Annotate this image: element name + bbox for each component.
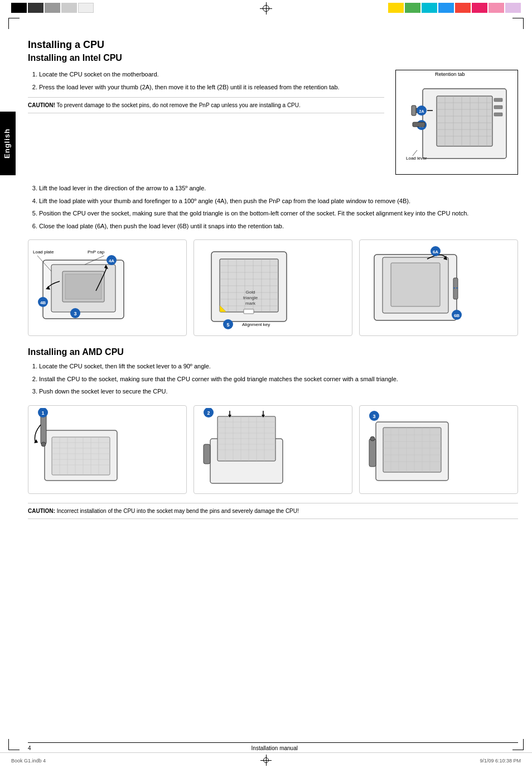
svg-rect-18 <box>494 113 502 116</box>
svg-text:3: 3 <box>373 414 375 419</box>
crop-mark-tl <box>8 18 20 29</box>
intel-diagram-6ab: 6A 6B <box>359 239 518 336</box>
svg-text:Alignment key: Alignment key <box>242 322 270 327</box>
svg-text:PnP cap: PnP cap <box>88 249 105 255</box>
svg-rect-16 <box>494 98 502 102</box>
intel-step-1: Locate the CPU socket on the motherboard… <box>39 70 384 79</box>
color-lavender <box>505 3 521 13</box>
intel-diagrams-row: 3 4A 4B PnP cap Load plate <box>28 239 518 336</box>
footer-center-text: Installation manual <box>252 745 298 751</box>
crosshair-circle <box>263 5 269 12</box>
crosshair-bottom-circle <box>263 757 269 763</box>
amd-steps-list: Locate the CPU socket, then lift the soc… <box>39 362 518 396</box>
caution-intel-box: CAUTION! To prevent damage to the socket… <box>28 97 384 113</box>
color-magenta <box>472 3 487 13</box>
crosshair-top <box>260 2 272 15</box>
color-yellow <box>388 3 404 13</box>
amd-steps: Locate the CPU socket, then lift the soc… <box>28 362 518 396</box>
amd-diagram-1: 1 <box>28 405 187 494</box>
svg-text:Gold: Gold <box>246 290 255 295</box>
amd-section: Installing an AMD CPU Locate the CPU soc… <box>28 347 518 396</box>
intel-steps-list-1-2: Locate the CPU socket on the motherboard… <box>39 70 384 92</box>
color-green <box>405 3 420 13</box>
color-black <box>11 3 27 13</box>
color-cyan <box>422 3 437 13</box>
amd-caution-text: Incorrect installation of the CPU into t… <box>57 508 299 514</box>
intel-step-2: Press the load lever with your thumb (2A… <box>39 83 384 92</box>
svg-text:6A: 6A <box>433 249 438 255</box>
intel-step-4: Lift the load plate with your thumb and … <box>39 196 518 206</box>
intel-section: Locate the CPU socket on the motherboard… <box>28 70 518 175</box>
cpu-socket-diagram: Retention tab <box>395 70 518 175</box>
intel-diagram-5: 5 Gold triangle mark Alignment key <box>194 239 352 336</box>
svg-text:3: 3 <box>74 311 76 316</box>
amd-diagram-svg-1: 1 <box>31 408 134 489</box>
intel-text: Locate the CPU socket on the motherboard… <box>28 70 384 175</box>
color-blocks-left <box>11 3 94 13</box>
svg-text:4A: 4A <box>109 258 114 263</box>
color-lgray <box>61 3 77 13</box>
svg-rect-29 <box>65 274 101 299</box>
color-gray <box>45 3 60 13</box>
color-dark <box>28 3 43 13</box>
retention-tab-label: Retention tab <box>435 71 465 77</box>
sidebar-language-label: English <box>0 112 16 175</box>
caution-intel-text: To prevent damage to the socket pins, do… <box>57 102 301 108</box>
svg-point-126 <box>370 436 375 441</box>
bottom-bar: Book G1.indb 4 9/1/09 6:10:38 PM <box>0 752 532 768</box>
svg-rect-125 <box>369 439 376 467</box>
amd-step-3: Push down the socket lever to secure the… <box>39 387 518 396</box>
amd-section-title: Installing an AMD CPU <box>28 347 518 357</box>
color-pink <box>489 3 504 13</box>
svg-text:Load plate: Load plate <box>33 249 54 255</box>
intel-steps-lower: Lift the load lever in the direction of … <box>28 184 518 231</box>
svg-text:triangle: triangle <box>243 295 258 300</box>
svg-rect-107 <box>204 444 210 464</box>
amd-diagram-svg-3: 3 <box>362 408 465 489</box>
svg-rect-15 <box>412 105 416 116</box>
svg-text:2A: 2A <box>419 109 424 113</box>
intel-steps-list-3-6: Lift the load lever in the direction of … <box>39 184 518 231</box>
intel-diagram-svg-1: 3 4A 4B PnP cap Load plate <box>32 243 135 330</box>
amd-diagrams-row: 1 <box>28 405 518 494</box>
svg-text:6B: 6B <box>454 313 460 318</box>
page-footer: 4 Installation manual <box>28 742 518 751</box>
svg-rect-58 <box>244 309 254 314</box>
svg-text:5: 5 <box>226 322 229 328</box>
amd-caution-label: CAUTION: <box>28 508 55 514</box>
cpu-diagram-box: Retention tab <box>395 70 518 175</box>
svg-text:Load lever: Load lever <box>406 156 427 161</box>
main-content: Installing a CPU Installing an Intel CPU… <box>28 39 518 735</box>
color-blocks-right <box>388 3 521 13</box>
svg-rect-17 <box>494 105 502 109</box>
amd-step-2: Install the CPU to the socket, making su… <box>39 375 518 384</box>
amd-diagram-svg-2: 2 <box>196 408 299 489</box>
crop-mark-tr <box>512 18 524 29</box>
bottom-bar-left: Book G1.indb 4 <box>11 758 46 764</box>
caution-intel-label: CAUTION! <box>28 102 55 108</box>
amd-step-1: Locate the CPU socket, then lift the soc… <box>39 362 518 371</box>
intel-diagram-svg-2: 5 Gold triangle mark Alignment key <box>197 243 301 330</box>
svg-rect-88 <box>41 414 46 444</box>
intel-diagram-svg-3: 6A 6B <box>363 243 466 330</box>
amd-diagram-2: 2 <box>194 405 352 494</box>
svg-text:1: 1 <box>41 410 44 416</box>
page-title: Installing a CPU <box>28 39 518 51</box>
svg-rect-67 <box>391 263 440 306</box>
svg-rect-113 <box>383 428 441 472</box>
crop-mark-bl <box>8 739 20 750</box>
intel-step-6: Close the load plate (6A), then push the… <box>39 222 518 231</box>
intel-section-title: Installing an Intel CPU <box>28 53 518 63</box>
color-red <box>455 3 471 13</box>
page-number: 4 <box>28 745 31 751</box>
svg-rect-76 <box>52 437 110 475</box>
intel-socket-svg: 2A 2B Load lever <box>400 75 518 170</box>
svg-rect-68 <box>453 278 458 299</box>
top-bar <box>0 0 532 16</box>
amd-diagram-3: 3 <box>359 405 518 494</box>
svg-text:4B: 4B <box>40 300 46 305</box>
intel-step-5: Position the CPU over the socket, making… <box>39 209 518 218</box>
bottom-bar-right: 9/1/09 6:10:38 PM <box>480 758 521 764</box>
amd-caution-box: CAUTION: Incorrect installation of the C… <box>28 503 518 519</box>
color-blue <box>438 3 454 13</box>
